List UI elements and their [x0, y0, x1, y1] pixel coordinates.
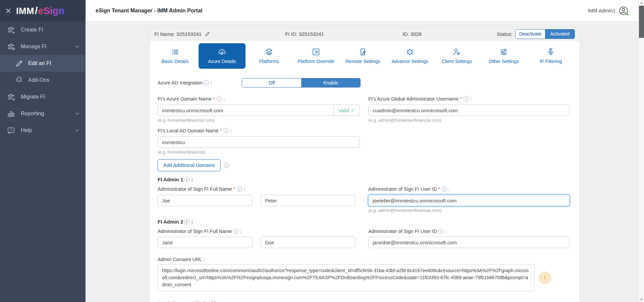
admin2-last-name-input[interactable] — [261, 237, 356, 248]
info-icon[interactable]: i — [204, 80, 209, 85]
sidebar-item-add-ons[interactable]: Add-Ons — [0, 72, 86, 88]
sidebar-item-reporting[interactable]: Reporting — [0, 105, 86, 122]
pencil-icon — [15, 59, 23, 67]
bank-plus-icon — [7, 25, 15, 34]
tab-label: IP Filtering — [540, 59, 562, 64]
chevron-down-icon — [75, 111, 79, 116]
admin1-full-name-label: Administrator of Sign FI Full Name * i : — [158, 186, 360, 192]
id-text: ID: 3028 — [402, 31, 497, 37]
admin-consent-url-client-label: Admin Consent URL for Client : — [158, 301, 572, 302]
info-icon[interactable]: i — [237, 186, 242, 192]
avatar[interactable] — [619, 6, 628, 15]
local-ad-label: FI's Local AD Domain Name * i : — [158, 128, 360, 133]
sidebar-header: IMM / eSign — [0, 0, 86, 21]
layers-icon — [265, 48, 273, 56]
tab-advance-settings[interactable]: Advance Settings — [386, 43, 433, 69]
status-toggle-group: Deactivate Activated — [515, 29, 575, 39]
tab-remote-settings[interactable]: Remote Settings — [339, 43, 386, 69]
sliders-icon — [499, 48, 508, 56]
admin1-last-name-input[interactable] — [261, 195, 356, 206]
admin-consent-url-value: https://login.microsoftonline.com/common… — [158, 264, 535, 291]
box-forward-icon — [312, 48, 320, 56]
info-icon[interactable]: i — [184, 177, 190, 182]
fi-details-card: FI Name: 325153241 FI ID: 325153241 ID: … — [149, 27, 580, 302]
tab-bar: Basic Details Azure Details Platforms — [150, 41, 580, 69]
sidebar-item-migrate-fi[interactable]: Migrate FI — [0, 88, 86, 105]
tab-label: Other Settings — [489, 59, 519, 64]
valid-badge: Valid ✓ — [333, 105, 360, 116]
info-icon[interactable]: i — [216, 96, 222, 102]
info-icon[interactable]: i — [184, 219, 190, 225]
sidebar-item-label: Reporting — [21, 111, 44, 117]
sidebar: IMM / eSign Create FI Manage FI Ed — [0, 0, 86, 302]
tab-client-settings[interactable]: Client Settings — [433, 43, 480, 69]
tab-azure-details[interactable]: Azure Details — [199, 43, 246, 69]
tab-ip-filtering[interactable]: IP IP Filtering — [527, 43, 574, 69]
tab-platform-override[interactable]: Platform Override — [292, 43, 339, 69]
sidebar-item-manage-fi[interactable]: Manage FI — [0, 38, 86, 55]
toggle-enable-button[interactable]: Enable — [301, 78, 360, 87]
svg-text:?: ? — [10, 128, 12, 132]
ip-filter-icon: IP — [546, 48, 555, 56]
info-icon[interactable]: i — [442, 186, 447, 192]
scrollbar-thumb[interactable] — [639, 6, 644, 38]
bank-gear-icon — [7, 42, 15, 51]
tab-label: Remote Settings — [345, 59, 380, 64]
bar-chart-icon — [7, 109, 15, 118]
sidebar-item-label: Create FI — [21, 27, 43, 33]
cloud-info-icon — [218, 48, 226, 56]
chevron-down-icon — [75, 128, 79, 133]
azure-ad-toggle-group: Off Enable — [242, 78, 361, 87]
tab-platforms[interactable]: Platforms — [246, 43, 292, 69]
close-icon[interactable] — [5, 7, 12, 14]
sidebar-item-edit-an-fi[interactable]: Edit an FI — [0, 55, 86, 72]
azure-details-form: Azure AD Integration i : Off Enable FI's… — [150, 69, 580, 302]
info-icon[interactable]: i — [223, 128, 229, 133]
admin-consent-url-label: Admin Consent URL : — [158, 257, 572, 262]
sidebar-item-help[interactable]: ? Help — [0, 122, 86, 139]
imm-esign-logo: IMM / eSign — [16, 5, 64, 16]
admin1-user-id-label: Administrator of Sign FI User ID * i : — [368, 186, 570, 192]
admin2-full-name-label: Administrator of Sign FI Full Name i : — [158, 229, 360, 234]
status-label: Status: — [497, 31, 513, 37]
fi-admin1-heading: FI Admin 1 i : — [158, 177, 572, 182]
admin1-user-id-input[interactable] — [368, 195, 570, 206]
global-admin-hint: (e.g. admin@hometownfinancial.com) — [368, 118, 570, 123]
sidebar-item-label: Migrate FI — [21, 94, 45, 100]
admin2-user-id-input[interactable] — [368, 237, 570, 248]
info-icon[interactable]: i — [224, 163, 229, 168]
edit-fi-name-icon[interactable] — [204, 31, 210, 37]
admin1-first-name-input[interactable] — [158, 195, 253, 206]
sidebar-item-label: Add-Ons — [28, 77, 49, 83]
global-admin-input[interactable] — [368, 105, 570, 116]
azure-domain-input[interactable] — [158, 105, 333, 116]
tab-label: Platform Override — [298, 59, 334, 64]
local-ad-input[interactable] — [158, 136, 360, 148]
user-name: IMM Admin1 — [588, 8, 615, 13]
user-menu[interactable]: IMM Admin1 — [588, 6, 628, 15]
info-icon[interactable]: i — [233, 229, 238, 234]
scroll-up-arrow-icon[interactable]: ▲ — [639, 0, 644, 5]
warning-icon[interactable]: ! — [539, 271, 551, 284]
add-additional-domains-button[interactable]: Add Additional Domains — [158, 159, 221, 171]
list-icon — [171, 48, 179, 56]
tab-label: Advance Settings — [392, 59, 428, 64]
admin2-first-name-input[interactable] — [158, 237, 253, 248]
azure-domain-label: FI's Azure Domain Name * i : — [158, 96, 360, 102]
tab-basic-details[interactable]: Basic Details — [152, 43, 199, 69]
sidebar-item-label: Edit an FI — [28, 60, 51, 66]
toggle-off-button[interactable]: Off — [242, 78, 301, 87]
device-pencil-icon — [359, 48, 367, 56]
scroll-down-arrow-icon[interactable]: ▼ — [639, 297, 644, 302]
deactivate-button[interactable]: Deactivate — [516, 29, 545, 39]
fi-admin2-heading: FI Admin 2 i : — [158, 219, 572, 225]
sidebar-item-create-fi[interactable]: Create FI — [0, 21, 86, 38]
help-bubble-icon: ? — [7, 126, 15, 135]
info-icon[interactable]: i — [464, 96, 469, 102]
activated-button[interactable]: Activated — [545, 29, 575, 39]
gear-icon — [406, 48, 414, 56]
info-icon[interactable]: i — [438, 229, 443, 234]
check-icon: ✓ — [351, 107, 355, 113]
tab-other-settings[interactable]: Other Settings — [480, 43, 527, 69]
local-ad-hint: (e.g. hometownfinancial) — [158, 149, 360, 155]
